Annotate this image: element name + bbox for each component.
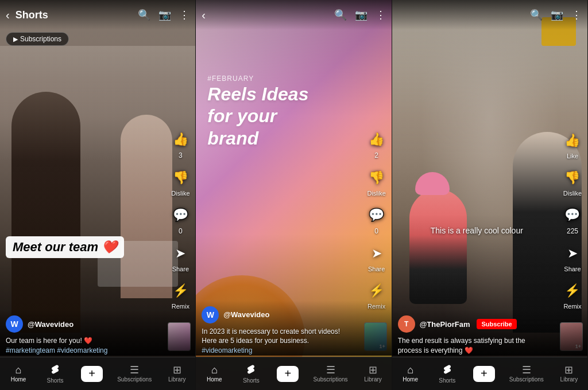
subscriptions-pill-1[interactable]: ▶ Subscriptions (6, 32, 69, 46)
panel1-bottom: W @Wavevideo Our team is here for you! ❤… (0, 310, 195, 356)
add-icon-3[interactable]: + (473, 366, 495, 382)
remix-icon-1: ⚡ (170, 280, 191, 301)
search-icon-2[interactable]: 🔍 (334, 9, 347, 21)
sub-icon-1: ▶ (13, 36, 18, 43)
panel3-bottom-nav: ⌂ Home Shorts + ☰ Subscriptions ⊞ Librar… (392, 357, 587, 390)
channel-avatar-2[interactable]: W (202, 306, 219, 323)
channel-row-1: W @Wavevideo (6, 315, 189, 333)
nav-library-1[interactable]: ⊞ Library (165, 365, 188, 383)
dislike-button-1[interactable]: 👎 Dislike (170, 167, 191, 197)
channel-avatar-3[interactable]: T (398, 315, 415, 333)
search-icon-1[interactable]: 🔍 (138, 9, 150, 21)
remix-button-3[interactable]: ⚡ Remix (562, 280, 583, 310)
shorts-icon-2 (246, 364, 256, 376)
header-left-1: ‹ Shorts (6, 9, 138, 22)
camera-icon-1[interactable]: 📷 (158, 9, 171, 21)
library-icon-2: ⊞ (369, 365, 377, 375)
nav-shorts-1[interactable]: Shorts (44, 364, 67, 384)
home-label-1: Home (11, 376, 26, 383)
camera-icon-3[interactable]: 📷 (551, 9, 563, 21)
more-icon-3[interactable]: ⋮ (571, 9, 582, 21)
like-label-3: Like (567, 153, 578, 159)
like-icon-1: 👍 (170, 129, 191, 150)
nav-home-3[interactable]: ⌂ Home (399, 365, 422, 383)
comment-icon-2: 💬 (366, 205, 387, 225)
meet-team-text: Meet our team ❤️ (13, 240, 117, 255)
share-icon-1: ➤ (170, 243, 191, 264)
dislike-icon-2: 👎 (366, 167, 387, 188)
like-icon-2: 👍 (366, 129, 387, 150)
nav-add-3[interactable]: + (473, 366, 496, 382)
share-button-1[interactable]: ➤ Share (170, 243, 191, 272)
library-icon-1: ⊞ (173, 365, 181, 375)
nav-home-1[interactable]: ⌂ Home (7, 365, 30, 383)
panel1-header-icons: 🔍 📷 ⋮ (138, 9, 189, 21)
comment-button-2[interactable]: 💬 0 (366, 205, 387, 235)
nav-shorts-2[interactable]: Shorts (239, 364, 262, 384)
nav-add-2[interactable]: + (276, 366, 299, 382)
remix-icon-2: ⚡ (366, 280, 387, 301)
dislike-label-2: Dislike (367, 190, 385, 197)
library-icon-3: ⊞ (564, 365, 573, 375)
panel1-title: Shorts (16, 9, 48, 21)
nav-add-1[interactable]: + (80, 366, 103, 382)
dislike-button-2[interactable]: 👎 Dislike (366, 167, 387, 197)
panel1-actions: 👍 3 👎 Dislike 💬 0 ➤ Share ⚡ Remix (170, 129, 191, 310)
back-arrow-1[interactable]: ‹ (6, 9, 10, 22)
remix-label-3: Remix (563, 303, 581, 310)
like-button-3[interactable]: 👍 Like (562, 130, 583, 159)
like-button-2[interactable]: 👍 2 (366, 129, 387, 159)
like-button-1[interactable]: 👍 3 (170, 129, 191, 159)
subscriptions-nav-label-1: Subscriptions (117, 376, 152, 383)
share-label-3: Share (564, 266, 581, 272)
nav-library-2[interactable]: ⊞ Library (362, 365, 385, 383)
panel2-bottom-nav: ⌂ Home Shorts + ☰ Subscriptions ⊞ Librar… (196, 357, 391, 390)
header-left-2: ‹ (202, 9, 334, 22)
video-desc-3: The end result is always satisfying but … (398, 336, 582, 356)
panel3-bottom: T @ThePiorFam Subscribe The end result i… (392, 310, 587, 356)
subscriptions-nav-label-2: Subscriptions (313, 376, 347, 383)
subscribe-button-3[interactable]: Subscribe (477, 319, 516, 329)
shorts-icon-3 (442, 364, 452, 376)
panel-3: 🔍 📷 ⋮ This is a really cool colour 👍 Lik… (392, 0, 588, 390)
share-button-3[interactable]: ➤ Share (562, 243, 583, 272)
more-icon-1[interactable]: ⋮ (179, 9, 189, 21)
shorts-nav-label-3: Shorts (439, 377, 455, 384)
panel1-bottom-nav: ⌂ Home Shorts + ☰ Subscriptions ⊞ Librar… (0, 357, 195, 390)
camera-icon-2[interactable]: 📷 (355, 9, 368, 21)
home-icon-1: ⌂ (16, 365, 22, 375)
comment-button-1[interactable]: 💬 0 (170, 205, 191, 235)
february-label: #FEBRUARY (207, 75, 254, 83)
panel3-header-icons: 🔍 📷 ⋮ (530, 9, 582, 21)
add-icon-1[interactable]: + (81, 366, 103, 382)
channel-avatar-1[interactable]: W (6, 315, 23, 333)
nav-home-2[interactable]: ⌂ Home (203, 365, 226, 383)
panel-2: ‹ 🔍 📷 ⋮ #FEBRUARY Reels Ideasfor yourbra… (196, 0, 392, 390)
channel-name-3[interactable]: @ThePiorFam (420, 320, 470, 329)
add-icon-2[interactable]: + (277, 366, 299, 382)
video-desc-2: In 2023 it is necessary to create short … (202, 327, 385, 356)
comment-icon-1: 💬 (170, 205, 191, 225)
nav-library-3[interactable]: ⊞ Library (558, 365, 581, 383)
hashtag-1: #marketingteam #videomarketing (6, 346, 107, 354)
library-label-1: Library (168, 376, 186, 383)
remix-button-1[interactable]: ⚡ Remix (170, 280, 191, 310)
back-arrow-2[interactable]: ‹ (202, 9, 206, 22)
remix-label-1: Remix (172, 303, 189, 310)
share-button-2[interactable]: ➤ Share (366, 243, 387, 272)
dislike-button-3[interactable]: 👎 Dislike (562, 167, 583, 197)
panel2-header-icons: 🔍 📷 ⋮ (334, 9, 386, 21)
more-icon-2[interactable]: ⋮ (376, 9, 386, 21)
channel-name-1[interactable]: @Wavevideo (28, 320, 74, 329)
comment-button-3[interactable]: 💬 225 (562, 205, 583, 235)
nav-subscriptions-3[interactable]: ☰ Subscriptions (509, 365, 544, 383)
nav-subscriptions-2[interactable]: ☰ Subscriptions (313, 365, 347, 383)
channel-name-2[interactable]: @Wavevideo (223, 310, 269, 319)
nav-subscriptions-1[interactable]: ☰ Subscriptions (117, 365, 152, 383)
video-desc-1: Our team is here for you! ❤️ #marketingt… (6, 336, 189, 356)
home-icon-3: ⌂ (407, 365, 413, 375)
nav-shorts-3[interactable]: Shorts (436, 364, 459, 384)
panel3-actions: 👍 Like 👎 Dislike 💬 225 ➤ Share ⚡ Remix (562, 130, 583, 310)
search-icon-3[interactable]: 🔍 (530, 9, 543, 21)
panel2-bottom: W @Wavevideo In 2023 it is necessary to … (196, 301, 391, 356)
